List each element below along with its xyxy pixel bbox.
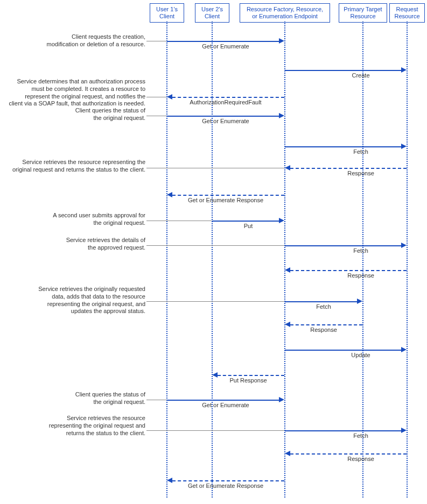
lifeline-endpoint: [284, 22, 285, 498]
msg-13-line: [285, 350, 401, 351]
actor-user2-label: User 2'sClient: [201, 6, 223, 19]
lifeline-request: [407, 22, 408, 498]
note-6-leader: [146, 245, 284, 246]
note-9: Service retrieves the resourcerepresenti…: [30, 415, 145, 437]
msg-2-line: [285, 70, 401, 71]
note-5: A second user submits approval forthe or…: [38, 212, 145, 227]
msg-18-label: Get or Enumerate Response: [167, 482, 284, 489]
actor-primary: Primary TargetResource: [339, 3, 387, 23]
msg-16-line: [285, 430, 401, 431]
msg-17-arrow: [285, 451, 290, 456]
msg-6-arrow: [285, 165, 290, 171]
msg-5-arrow: [401, 144, 407, 149]
actor-user1-label: User 1'sClient: [156, 6, 178, 19]
msg-11-label: Fetch: [285, 303, 362, 310]
msg-7-label: Get or Enumerate Response: [167, 197, 284, 203]
msg-12-line: [290, 324, 362, 325]
msg-17-label: Response: [334, 456, 388, 462]
msg-18-line: [172, 480, 284, 481]
actor-primary-label: Primary TargetResource: [344, 6, 382, 19]
msg-13-arrow: [401, 347, 407, 352]
note-7-leader: [146, 301, 284, 302]
msg-4-label: Get or Enumerate: [167, 118, 284, 124]
msg-12-label: Response: [285, 326, 362, 333]
msg-8-line: [212, 221, 279, 222]
lifeline-user1: [166, 22, 167, 498]
msg-2-label: Create: [334, 72, 388, 79]
msg-14-label: Put Response: [212, 377, 284, 384]
msg-10-label: Response: [334, 272, 388, 279]
lifeline-user2: [212, 22, 213, 498]
msg-8-label: Put: [212, 223, 284, 229]
msg-3-label: AuthorizationRequiredFault: [167, 99, 284, 105]
msg-9-label: Fetch: [334, 247, 388, 254]
note-6: Service retrieves the details ofthe appr…: [51, 237, 145, 252]
note-5-leader: [146, 221, 212, 221]
msg-1-label: Get or Enumerate: [167, 43, 284, 49]
actor-request-label: RequestResource: [394, 6, 419, 19]
msg-16-arrow: [401, 428, 407, 433]
note-1-leader: [146, 41, 166, 41]
msg-1-line: [167, 41, 279, 42]
actor-endpoint-label: Resource Factory, Resource,or Enumeratio…: [247, 6, 323, 19]
msg-5-line: [285, 146, 401, 147]
msg-14-line: [218, 375, 284, 376]
msg-11-line: [285, 301, 357, 302]
note-4: Service retrieves the resource represent…: [5, 159, 145, 174]
note-8-leader: [146, 400, 166, 400]
actor-user1: User 1'sClient: [150, 3, 184, 23]
msg-6-line: [290, 168, 407, 169]
note-2-leader: [146, 97, 166, 97]
msg-10-line: [290, 270, 407, 271]
msg-13-label: Update: [334, 352, 388, 358]
note-7: Service retrieves the originally request…: [27, 286, 145, 315]
msg-4-line: [167, 116, 279, 117]
sequence-diagram: User 1'sClient User 2'sClient Resource F…: [0, 0, 427, 504]
lifeline-primary: [362, 22, 363, 498]
note-4-leader: [146, 168, 284, 168]
note-2: Service determines that an authorization…: [3, 78, 145, 108]
actor-endpoint: Resource Factory, Resource,or Enumeratio…: [240, 3, 330, 23]
msg-5-label: Fetch: [334, 148, 388, 155]
msg-9-arrow: [401, 243, 407, 248]
note-8: Client queries the status ofthe original…: [54, 391, 145, 406]
note-9-leader: [146, 430, 284, 431]
msg-6-label: Response: [334, 170, 388, 176]
note-3: Client queries the status ofthe original…: [54, 107, 145, 122]
msg-7-line: [172, 195, 284, 196]
msg-15-line: [167, 400, 279, 401]
msg-9-line: [285, 245, 401, 246]
actor-user2: User 2'sClient: [195, 3, 229, 23]
msg-17-line: [290, 453, 407, 455]
msg-2-arrow: [401, 67, 407, 73]
note-3-leader: [146, 116, 166, 116]
actor-request: RequestResource: [389, 3, 425, 23]
note-1: Client requests the creation,modificatio…: [32, 33, 145, 48]
msg-15-label: Get or Enumerate: [167, 402, 284, 408]
msg-16-label: Fetch: [334, 432, 388, 439]
msg-10-arrow: [285, 267, 290, 273]
msg-3-line: [172, 97, 284, 98]
